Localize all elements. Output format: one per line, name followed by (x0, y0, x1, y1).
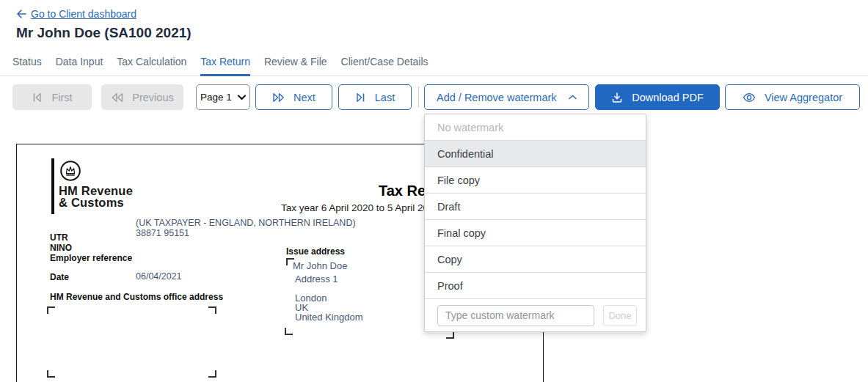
employer-reference-label: Employer reference (50, 253, 132, 263)
tab-status[interactable]: Status (12, 56, 42, 76)
first-button-label: First (51, 92, 72, 103)
office-address-corner-tr (208, 306, 216, 314)
back-arrow-icon (16, 10, 26, 18)
issue-address-label: Issue address (286, 246, 345, 257)
tab-tax-calculation[interactable]: Tax Calculation (117, 56, 186, 76)
custom-watermark-row: Done (425, 299, 646, 331)
utr-label: UTR (50, 232, 68, 243)
office-address-corner-bl (47, 370, 55, 378)
chevron-up-icon (569, 95, 577, 100)
taxpayer-region-line: (UK TAXPAYER - ENGLAND, NORTHERN IRELAND… (136, 218, 356, 228)
eye-icon (743, 92, 756, 103)
back-link-label: Go to Client dashboard (31, 8, 136, 20)
previous-icon (111, 92, 123, 103)
watermark-option-draft[interactable]: Draft (425, 194, 646, 220)
watermark-button-label: Add / Remove watermark (437, 92, 557, 103)
office-address-corner-tl (47, 306, 55, 314)
office-address-label: HM Revenue and Customs office address (50, 292, 223, 302)
hmrc-logo-line1: HM Revenue (59, 186, 133, 196)
watermark-option-copy[interactable]: Copy (425, 246, 646, 273)
custom-watermark-done-button[interactable]: Done (603, 305, 637, 326)
download-pdf-button[interactable]: Download PDF (595, 84, 720, 110)
nino-label: NINO (50, 243, 72, 253)
hmrc-crown-icon (59, 160, 81, 185)
aggregator-button-label: View Aggregator (765, 92, 842, 103)
toolbar-divider (418, 87, 419, 108)
skip-last-icon (355, 92, 366, 103)
reference-number: 38871 95151 (136, 228, 189, 238)
view-aggregator-button[interactable]: View Aggregator (725, 84, 860, 110)
custom-watermark-input[interactable] (437, 305, 594, 326)
chevron-down-icon (238, 95, 246, 100)
tax-return-page: Go to Client dashboard Mr John Doe (SA10… (0, 0, 868, 382)
watermark-option-final-copy[interactable]: Final copy (425, 220, 646, 246)
issue-address-line-name: Mr John Doe (293, 260, 347, 271)
previous-button-label: Previous (132, 92, 173, 103)
tab-data-input[interactable]: Data Input (56, 56, 103, 76)
hmrc-logo-bar (51, 158, 54, 214)
back-to-dashboard-link[interactable]: Go to Client dashboard (16, 8, 136, 20)
tab-review-file[interactable]: Review & File (264, 56, 327, 76)
download-icon (611, 92, 623, 103)
download-button-label: Download PDF (632, 92, 704, 103)
first-page-button[interactable]: First (12, 84, 92, 110)
issue-address-corner-br (446, 331, 454, 339)
tab-tax-return[interactable]: Tax Return (200, 56, 250, 76)
watermark-option-no-watermark[interactable]: No watermark (425, 114, 646, 141)
last-page-button[interactable]: Last (338, 84, 412, 110)
tab-bar: Status Data Input Tax Calculation Tax Re… (0, 56, 868, 76)
tab-client-case-details[interactable]: Client/Case Details (341, 56, 428, 76)
previous-page-button[interactable]: Previous (101, 84, 183, 110)
page-select-value: Page 1 (200, 92, 232, 103)
date-value: 06/04/2021 (136, 271, 182, 282)
date-label: Date (50, 272, 69, 282)
hmrc-logo-line2: & Customs (59, 197, 124, 208)
watermark-menu: No watermark Confidential File copy Draf… (424, 114, 646, 332)
issue-address-line-street: Address 1 (295, 273, 338, 284)
document-tax-year: Tax year 6 April 2020 to 5 April 2021 (281, 202, 440, 213)
next-button-label: Next (293, 92, 316, 103)
issue-address-line-country: United Kingdom (295, 312, 363, 323)
page-select[interactable]: Page 1 (196, 84, 250, 110)
watermark-option-proof[interactable]: Proof (425, 273, 646, 299)
watermark-option-confidential[interactable]: Confidential (425, 141, 646, 167)
watermark-dropdown-button[interactable]: Add / Remove watermark (424, 84, 589, 110)
page-title: Mr John Doe (SA100 2021) (16, 25, 192, 41)
issue-address-corner-bl (285, 328, 293, 335)
next-icon (272, 92, 285, 103)
skip-first-icon (32, 92, 43, 103)
last-button-label: Last (375, 92, 395, 103)
watermark-option-file-copy[interactable]: File copy (425, 167, 646, 194)
next-page-button[interactable]: Next (255, 84, 332, 110)
office-address-corner-br (208, 370, 216, 378)
